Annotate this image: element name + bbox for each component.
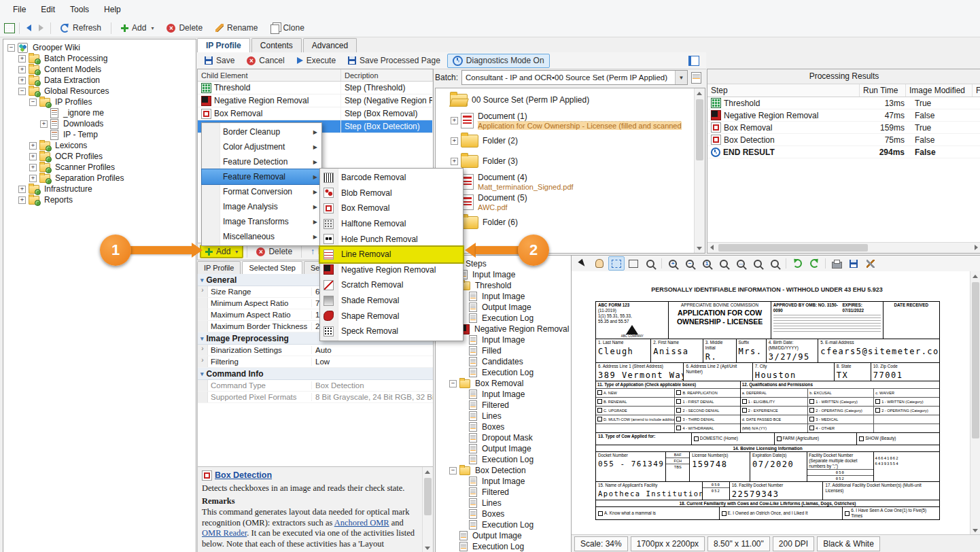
- scroll-up-icon[interactable]: [695, 88, 705, 98]
- steps-tree-item[interactable]: −Box Detection: [438, 465, 572, 476]
- form-field[interactable]: 5. E-mail Addresscfears5@sitemeter.com: [818, 339, 939, 362]
- anchored-omr-link[interactable]: Anchored OMR: [334, 518, 389, 528]
- child-element-row[interactable]: Negative Region RemovalStep (Negative Re…: [198, 94, 433, 107]
- zoom-actual-button[interactable]: 1: [699, 256, 715, 271]
- results-column-header[interactable]: Step: [707, 84, 860, 97]
- help-title-link[interactable]: Box Detection: [215, 470, 272, 481]
- document-canvas[interactable]: PERSONALLY IDENTIFIABLE INFORMATION - WI…: [572, 271, 980, 535]
- expander-icon[interactable]: +: [18, 55, 26, 63]
- diagnostics-mode-button[interactable]: Diagnostics Mode On: [447, 54, 550, 68]
- expander-icon[interactable]: −: [18, 88, 26, 95]
- viewer-scrollbar[interactable]: [970, 271, 980, 535]
- expander-icon[interactable]: +: [29, 164, 37, 171]
- submenu-item[interactable]: Line Removal: [320, 247, 463, 262]
- omr-reader-link[interactable]: OMR Reader: [202, 528, 247, 538]
- scroll-track[interactable]: [970, 281, 980, 525]
- expander-icon[interactable]: +: [29, 142, 37, 150]
- expander-icon[interactable]: −: [29, 99, 37, 106]
- pan-tool[interactable]: [591, 256, 608, 271]
- tree-item[interactable]: +Separation Profiles: [6, 173, 196, 184]
- property-row[interactable]: Supported Pixel Formats8 Bit Grayscale, …: [198, 392, 433, 403]
- scroll-down-icon[interactable]: [695, 243, 705, 253]
- column-header-description[interactable]: Decription: [341, 69, 433, 81]
- menu-file[interactable]: File: [5, 1, 33, 18]
- checkbox-option[interactable]: 1 - WRITTEN (Category): [808, 398, 874, 406]
- checkbox-option[interactable]: 3 - MEDICAL: [808, 415, 874, 424]
- form-field[interactable]: 8. StateTX: [835, 363, 871, 381]
- refresh-button[interactable]: Refresh: [55, 21, 107, 35]
- scroll-track[interactable]: [717, 243, 971, 253]
- submenu-item[interactable]: Halftone Removal: [320, 216, 463, 232]
- scroll-up-icon[interactable]: [423, 467, 433, 477]
- form-field[interactable]: 7. CityHouston: [753, 363, 835, 381]
- tree-item[interactable]: +OCR Profiles: [6, 151, 196, 162]
- form-field[interactable]: SuffixMrs.: [737, 339, 767, 362]
- tree-item[interactable]: −Global Resources: [6, 86, 196, 97]
- tree-item[interactable]: −IP Profiles: [6, 97, 196, 107]
- checkbox-option[interactable]: C. UPGRADE: [596, 407, 675, 415]
- child-element-row[interactable]: Box RemovalStep (Box Removal): [198, 107, 433, 120]
- expander-icon[interactable]: +: [451, 117, 458, 124]
- expander-icon[interactable]: −: [449, 380, 457, 387]
- batch-tree-item[interactable]: +Folder (3): [436, 151, 694, 171]
- scroll-thumb[interactable]: [972, 282, 979, 438]
- checkbox-option[interactable]: 4 - OTHER: [808, 424, 874, 432]
- checkbox-option[interactable]: 2 - EXPERIENCE: [741, 407, 809, 415]
- menu-tools[interactable]: Tools: [63, 1, 97, 18]
- checkbox-option[interactable]: a. DEFERRAL: [741, 389, 809, 397]
- tree-item[interactable]: +Scanner Profiles: [6, 162, 196, 173]
- batch-tree-item[interactable]: +Folder (6): [436, 212, 694, 232]
- familiarity-option[interactable]: 6. I Have Seen A Cow One(1) to Five(5) T…: [843, 507, 939, 519]
- form-field[interactable]: 3. Middle InitialR.: [703, 339, 737, 362]
- property-value[interactable]: Auto: [312, 346, 433, 354]
- region-select-tool[interactable]: [625, 256, 642, 271]
- steps-tree-item[interactable]: Output Image: [438, 443, 572, 454]
- checkbox-option[interactable]: 3 - THIRD DENIAL: [675, 415, 739, 424]
- steps-tree-item[interactable]: Dropout Mask: [438, 432, 572, 443]
- zoom-page-button[interactable]: [750, 256, 766, 271]
- zoom-width-button[interactable]: ↔: [733, 256, 749, 271]
- steps-tree-item[interactable]: Filtered: [438, 400, 572, 411]
- steps-tree-item[interactable]: Boxes: [438, 508, 572, 519]
- batch-tree-item[interactable]: +Document (4)Matt_termination_Signed.pdf: [436, 171, 694, 192]
- tree-item[interactable]: _ignore me: [6, 107, 196, 118]
- delete-button[interactable]: ×Delete: [161, 21, 208, 35]
- expander-icon[interactable]: +: [29, 153, 37, 160]
- form-field[interactable]: 2. First NameAnissa: [651, 339, 703, 362]
- context-menu-item[interactable]: Miscellaneous▶: [202, 229, 321, 244]
- checkbox-option[interactable]: 1 - WRITTEN (Category): [874, 398, 939, 406]
- checkbox-option[interactable]: D. MULTI-COW (amend to include additiona…: [596, 415, 675, 424]
- batch-tree-item[interactable]: +Document (5)AWC.pdf: [436, 192, 694, 212]
- form-field[interactable]: 1. Last NameCleugh: [596, 339, 651, 362]
- forward-icon[interactable]: [39, 24, 43, 31]
- batch-tree-item[interactable]: +Document (1)Application for Cow Ownersh…: [436, 110, 694, 131]
- checkbox-option[interactable]: A. NEW: [596, 389, 675, 397]
- submenu-item[interactable]: Box Removal: [320, 201, 463, 216]
- context-menu-item[interactable]: Image Transforms▶: [202, 214, 321, 229]
- batch-notes-icon[interactable]: [691, 72, 701, 84]
- steps-tree-item[interactable]: Candidates: [438, 356, 572, 367]
- tree-item[interactable]: +Downloads: [6, 118, 196, 129]
- tab-prop-selected-step[interactable]: Selected Step: [242, 261, 302, 275]
- form-field[interactable]: 4. Birth Date: (MM/DD/YYYY)3/27/95: [767, 339, 819, 362]
- cancel-button[interactable]: ×Cancel: [241, 54, 290, 67]
- property-row[interactable]: ›Binarization SettingsAuto: [198, 345, 433, 356]
- submenu-item[interactable]: Scratch Removal: [320, 277, 463, 293]
- batch-dropdown[interactable]: Consultant - IP and OCR•00 Source Set (P…: [461, 70, 688, 85]
- familiarity-option[interactable]: E. I Owned an Ostrich Once, and I Liked …: [720, 507, 843, 519]
- form-field[interactable]: 10. Zip Code77001: [871, 363, 939, 381]
- checkbox-option[interactable]: 2 - OPERATING (Category): [874, 407, 939, 415]
- property-row[interactable]: ›FilteringLow: [198, 356, 433, 368]
- submenu-item[interactable]: Negative Region Removal: [320, 262, 463, 278]
- execute-button[interactable]: Execute: [292, 54, 341, 67]
- expander-icon[interactable]: +: [18, 186, 26, 193]
- results-hscrollbar[interactable]: [707, 242, 980, 253]
- tree-item[interactable]: −Grooper Wiki: [6, 42, 196, 53]
- context-menu-item[interactable]: Image Analysis▶: [202, 199, 321, 214]
- results-row[interactable]: Negative Region Removal47msFalse: [707, 109, 980, 122]
- cow-type-option[interactable]: DOMESTIC (Home): [692, 433, 775, 445]
- marquee-zoom-tool[interactable]: [608, 256, 625, 271]
- print-button[interactable]: [828, 256, 845, 271]
- batch-scrollbar[interactable]: [694, 88, 705, 253]
- page-preview-tool[interactable]: [642, 256, 659, 271]
